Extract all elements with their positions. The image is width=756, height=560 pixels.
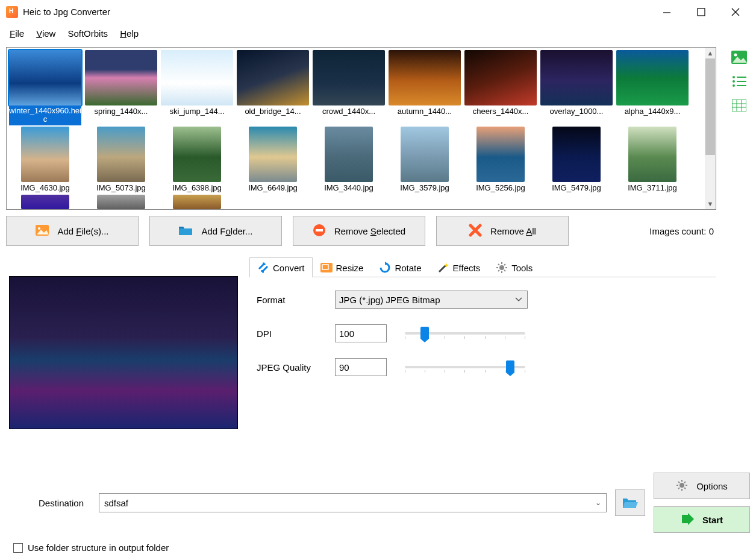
thumbnail-image (9, 50, 81, 105)
thumbnail[interactable]: crowd_1440x... (313, 50, 385, 125)
scroll-thumb[interactable] (705, 58, 715, 155)
dpi-slider-thumb[interactable] (420, 327, 429, 339)
list-view-button[interactable] (731, 74, 748, 89)
close-button[interactable] (726, 5, 745, 19)
thumbnail-filename: IMG_3440.jpg (313, 182, 385, 193)
thumbnail[interactable] (161, 195, 233, 209)
add-folder-label: Add Folder... (201, 226, 252, 236)
tab-tools[interactable]: Tools (488, 257, 540, 277)
svg-point-22 (734, 54, 737, 57)
quality-label: JPEG Quality (257, 362, 335, 373)
add-files-label: Add File(s)... (57, 226, 108, 236)
menu-view[interactable]: View (31, 26, 60, 41)
titlebar: Heic to Jpg Converter (0, 0, 756, 24)
thumbnail[interactable]: autumn_1440... (389, 50, 461, 125)
svg-line-20 (498, 270, 499, 271)
quality-input[interactable] (335, 358, 387, 376)
thumbnail[interactable]: IMG_3711.jpg (616, 127, 689, 193)
thumbnail[interactable]: cheers_1440x... (464, 50, 537, 125)
thumbnail-image (476, 127, 525, 182)
thumbnail-image (628, 127, 676, 182)
browse-button[interactable] (615, 489, 645, 516)
thumbnail[interactable]: winter_1440x960.heic (9, 50, 81, 125)
thumbnail[interactable]: IMG_3440.jpg (313, 127, 385, 193)
tab-rotate[interactable]: Rotate (371, 257, 429, 277)
effects-icon (437, 262, 449, 274)
thumbnail[interactable]: ski_jump_144... (161, 50, 233, 125)
tab-resize[interactable]: Resize (313, 257, 372, 277)
use-folder-structure-label: Use folder structure in output folder (28, 543, 169, 553)
preview-image (9, 276, 238, 429)
image-icon (36, 225, 49, 238)
thumbnail-filename: crowd_1440x... (313, 105, 385, 117)
thumbnail-filename: IMG_4630.jpg (9, 182, 81, 193)
thumbnail-filename: IMG_5256.jpg (464, 182, 537, 193)
thumbnail[interactable]: IMG_5073.jpg (85, 127, 157, 193)
tab-effects[interactable]: Effects (430, 257, 489, 277)
svg-rect-7 (316, 229, 323, 231)
svg-point-34 (679, 483, 684, 488)
thumbnail[interactable]: overlay_1000... (540, 50, 613, 125)
scroll-down-arrow-icon[interactable]: ▼ (705, 198, 716, 209)
destination-combobox[interactable]: sdfsaf ⌄ (99, 493, 607, 512)
svg-rect-28 (737, 85, 746, 86)
svg-rect-29 (732, 99, 746, 112)
add-files-button[interactable]: Add File(s)... (6, 216, 139, 246)
maximize-button[interactable] (692, 5, 711, 19)
thumbnail[interactable]: IMG_4630.jpg (9, 127, 81, 193)
remove-all-button[interactable]: Remove All (436, 216, 569, 246)
menu-softorbits[interactable]: SoftOrbits (63, 26, 113, 41)
tab-convert-panel: Format JPG (*.jpg) JPEG Bitmap DPI JPEG … (249, 277, 716, 399)
format-select[interactable]: JPG (*.jpg) JPEG Bitmap (335, 291, 528, 309)
thumbnail[interactable]: IMG_5479.jpg (540, 127, 613, 193)
dpi-input[interactable] (335, 324, 387, 342)
thumbnail-filename: ski_jump_144... (161, 105, 233, 117)
folder-icon (178, 225, 193, 238)
options-button[interactable]: Options (654, 473, 750, 499)
svg-line-19 (504, 264, 505, 265)
view-mode-panel (722, 42, 756, 457)
menu-help[interactable]: Help (115, 26, 143, 41)
thumbnail-image (173, 127, 221, 182)
thumbnail-image (97, 127, 145, 182)
svg-point-25 (733, 80, 735, 83)
grid-view-button[interactable] (731, 98, 748, 113)
toolbar: Add File(s)... Add Folder... Remove Sele… (6, 216, 716, 246)
thumbnail[interactable]: IMG_5256.jpg (464, 127, 537, 193)
thumbnail[interactable]: IMG_3579.jpg (389, 127, 461, 193)
scroll-up-arrow-icon[interactable]: ▲ (705, 48, 716, 58)
quality-slider[interactable] (405, 358, 525, 376)
minimize-button[interactable] (657, 5, 676, 19)
gear-icon (676, 479, 688, 493)
thumbnail[interactable] (9, 195, 81, 209)
thumbnail[interactable]: spring_1440x... (85, 50, 157, 125)
remove-all-label: Remove All (490, 226, 536, 236)
use-folder-structure-checkbox[interactable] (13, 543, 23, 553)
thumbnails-view-button[interactable] (731, 49, 748, 65)
thumbnail-filename: spring_1440x... (85, 105, 157, 117)
dpi-slider[interactable] (405, 324, 525, 342)
thumbnail-filename: cheers_1440x... (464, 105, 537, 117)
thumbnail-image (249, 127, 297, 182)
thumbnail-image (237, 50, 309, 105)
thumbnail[interactable] (85, 195, 157, 209)
delete-icon (469, 224, 482, 239)
thumbnail[interactable]: IMG_6398.jpg (161, 127, 233, 193)
thumbnail-filename: IMG_6398.jpg (161, 182, 233, 193)
thumbnail-image (21, 195, 69, 209)
thumbnail[interactable]: IMG_6649.jpg (237, 127, 309, 193)
tab-convert[interactable]: Convert (249, 257, 313, 277)
gallery-scrollbar[interactable]: ▲ ▼ (705, 48, 716, 209)
thumbnail-filename: IMG_3711.jpg (616, 182, 689, 193)
quality-slider-thumb[interactable] (506, 360, 514, 373)
thumbnail[interactable]: old_bridge_14... (237, 50, 309, 125)
start-button[interactable]: Start (654, 506, 750, 533)
add-folder-button[interactable]: Add Folder... (149, 216, 282, 246)
tools-icon (496, 262, 508, 274)
svg-point-23 (733, 76, 735, 78)
thumbnail[interactable]: alpha_1440x9... (616, 50, 689, 125)
menu-file[interactable]: File (5, 26, 29, 41)
remove-selected-button[interactable]: Remove Selected (293, 216, 425, 246)
thumbnail-image (464, 50, 537, 105)
svg-line-39 (678, 482, 679, 483)
